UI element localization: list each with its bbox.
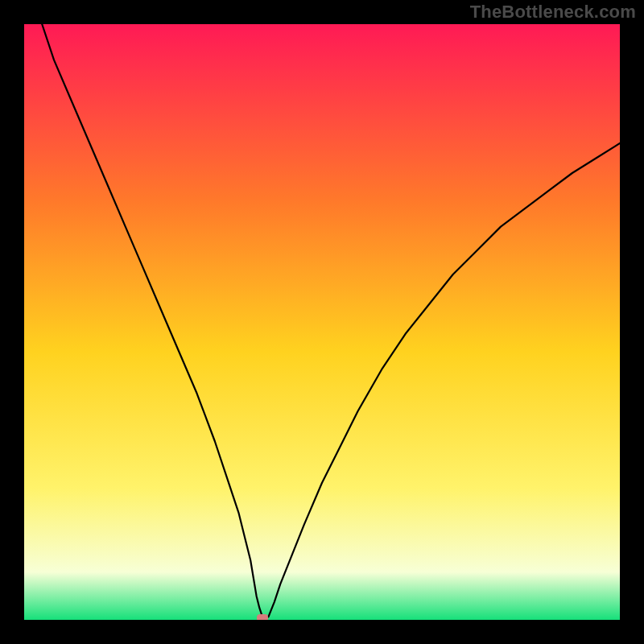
minimum-marker: [257, 614, 268, 620]
watermark-text: TheBottleneck.com: [470, 2, 636, 23]
chart-frame: TheBottleneck.com: [0, 0, 644, 644]
gradient-background: [24, 24, 620, 620]
plot-svg: [24, 24, 620, 620]
plot-area: [24, 24, 620, 620]
